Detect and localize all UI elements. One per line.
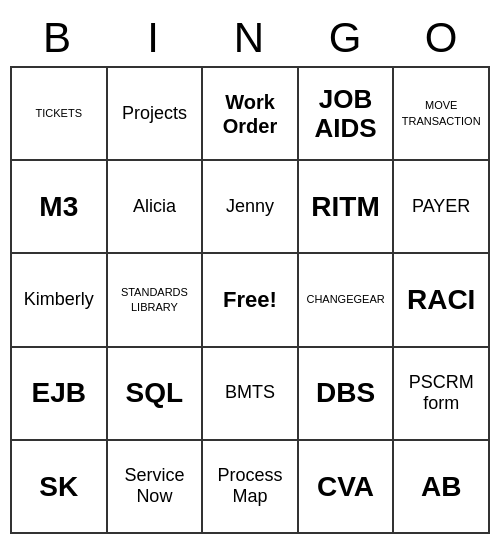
bingo-card: BINGO TICKETSProjectsWorkOrderJOBAIDSMOV…: [10, 10, 490, 534]
header-letter: G: [298, 10, 394, 66]
bingo-row: M3AliciaJennyRITMPAYER: [12, 161, 490, 254]
bingo-cell: AB: [394, 441, 490, 534]
bingo-cell: Free!: [203, 254, 299, 347]
bingo-cell: SQL: [108, 348, 204, 441]
bingo-cell: CVA: [299, 441, 395, 534]
bingo-cell: RACI: [394, 254, 490, 347]
cell-text: SQL: [126, 376, 184, 410]
bingo-header: BINGO: [10, 10, 490, 66]
bingo-cell: TICKETS: [12, 68, 108, 161]
bingo-cell: Jenny: [203, 161, 299, 254]
cell-text: SK: [39, 470, 78, 504]
cell-text: Jenny: [226, 196, 274, 218]
cell-text: RITM: [311, 190, 379, 224]
bingo-cell: ServiceNow: [108, 441, 204, 534]
bingo-cell: M3: [12, 161, 108, 254]
cell-text: JOBAIDS: [315, 85, 377, 142]
cell-text: Kimberly: [24, 289, 94, 311]
bingo-row: TICKETSProjectsWorkOrderJOBAIDSMOVETRANS…: [12, 68, 490, 161]
cell-text: EJB: [32, 376, 86, 410]
bingo-cell: BMTS: [203, 348, 299, 441]
cell-text: RACI: [407, 283, 475, 317]
header-letter: O: [394, 10, 490, 66]
bingo-row: EJBSQLBMTSDBSPSCRMform: [12, 348, 490, 441]
bingo-cell: CHANGEGEAR: [299, 254, 395, 347]
bingo-cell: JOBAIDS: [299, 68, 395, 161]
cell-text: AB: [421, 470, 461, 504]
bingo-cell: ProcessMap: [203, 441, 299, 534]
bingo-cell: DBS: [299, 348, 395, 441]
bingo-cell: STANDARDSLIBRARY: [108, 254, 204, 347]
bingo-grid: TICKETSProjectsWorkOrderJOBAIDSMOVETRANS…: [10, 66, 490, 534]
cell-text: Projects: [122, 103, 187, 125]
cell-text: Alicia: [133, 196, 176, 218]
bingo-cell: Kimberly: [12, 254, 108, 347]
cell-text: BMTS: [225, 382, 275, 404]
cell-text: PAYER: [412, 196, 470, 218]
bingo-cell: SK: [12, 441, 108, 534]
bingo-cell: PSCRMform: [394, 348, 490, 441]
bingo-cell: EJB: [12, 348, 108, 441]
cell-text: ProcessMap: [217, 465, 282, 508]
bingo-cell: MOVETRANSACTION: [394, 68, 490, 161]
cell-text: DBS: [316, 376, 375, 410]
cell-text: TICKETS: [36, 106, 82, 121]
header-letter: I: [106, 10, 202, 66]
bingo-row: KimberlySTANDARDSLIBRARYFree!CHANGEGEARR…: [12, 254, 490, 347]
cell-text: ServiceNow: [124, 465, 184, 508]
bingo-cell: PAYER: [394, 161, 490, 254]
header-letter: B: [10, 10, 106, 66]
bingo-cell: Alicia: [108, 161, 204, 254]
cell-text: M3: [39, 190, 78, 224]
cell-text: Free!: [223, 287, 277, 313]
bingo-cell: Projects: [108, 68, 204, 161]
cell-text: MOVETRANSACTION: [402, 98, 481, 129]
cell-text: PSCRMform: [409, 372, 474, 415]
cell-text: STANDARDSLIBRARY: [121, 285, 188, 316]
bingo-row: SKServiceNowProcessMapCVAAB: [12, 441, 490, 534]
cell-text: CHANGEGEAR: [306, 292, 384, 307]
cell-text: WorkOrder: [223, 90, 277, 138]
header-letter: N: [202, 10, 298, 66]
bingo-cell: RITM: [299, 161, 395, 254]
bingo-cell: WorkOrder: [203, 68, 299, 161]
cell-text: CVA: [317, 470, 374, 504]
